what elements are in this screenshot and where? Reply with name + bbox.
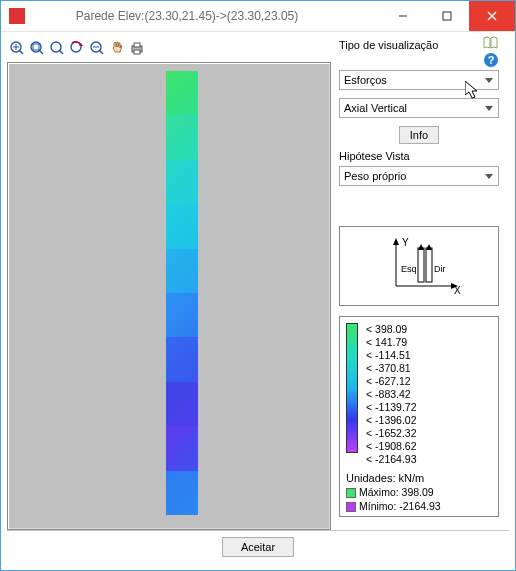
viewport[interactable] [7,62,331,530]
wall-segment [166,471,198,515]
min-swatch [346,502,356,512]
window-buttons [381,1,515,31]
info-row: Info [339,126,499,144]
legend-value: < -2164.93 [366,453,417,466]
svg-rect-28 [426,248,432,282]
minimize-button[interactable] [381,1,425,31]
axis-esq-label: Esq [401,264,417,274]
help-icons: ? [483,36,499,68]
legend-value: < -1652.32 [366,427,417,440]
zoom-window-icon[interactable] [29,40,45,56]
client-area: Tipo de visualização ? Esforços Axial Ve… [1,32,515,570]
legend-box: < 398.09 < 141.79 < -114.51 < -370.81 < … [339,316,499,517]
print-icon[interactable] [129,40,145,56]
legend-min-text: Mínimo: -2164.93 [359,500,441,512]
app-window: Parede Elev:(23.30,21.45)->(23.30,23.05) [0,0,516,571]
wall-segment [166,293,198,337]
manual-icon[interactable] [483,36,499,50]
maximize-button[interactable] [425,1,469,31]
zoom-extents-icon[interactable] [9,40,25,56]
toolbar [7,36,331,60]
axis-x-label: X [454,285,461,296]
svg-line-16 [99,50,103,54]
app-icon [9,8,25,24]
wall-segment [166,71,198,115]
legend-max: Máximo: 398.09 [346,486,492,498]
legend-min: Mínimo: -2164.93 [346,500,492,512]
viz-type-value: Esforços [344,74,387,86]
axis-dir-label: Dir [434,264,446,274]
zoom-out-icon[interactable] [89,40,105,56]
wall-segment [166,249,198,293]
wall-segment [166,382,198,426]
hypothesis-value: Peso próprio [344,170,406,182]
axis-diagram: Y X Esq Dir [374,236,464,296]
legend-max-text: Máximo: 398.09 [359,486,434,498]
viz-subtype-select[interactable]: Axial Vertical [339,98,499,118]
legend-main: < 398.09 < 141.79 < -114.51 < -370.81 < … [346,323,492,466]
wall-segment [166,204,198,248]
info-button[interactable]: Info [399,126,439,144]
wall-segment [166,337,198,381]
zoom-previous-icon[interactable] [69,40,85,56]
svg-line-9 [39,50,43,54]
legend-value: < -627.12 [366,375,417,388]
svg-text:?: ? [488,54,495,66]
hypothesis-select[interactable]: Peso próprio [339,166,499,186]
legend-units: Unidades: kN/m [346,472,492,484]
legend-value: < -1139.72 [366,401,417,414]
help-icon[interactable]: ? [483,52,499,68]
legend-value: < 141.79 [366,336,417,349]
wall-segment [166,160,198,204]
svg-marker-24 [393,238,399,245]
legend-value: < 398.09 [366,323,417,336]
axis-y-label: Y [402,237,409,248]
svg-line-5 [19,50,23,54]
side-panel-header: Tipo de visualização ? [339,36,499,68]
svg-rect-20 [134,50,140,54]
legend-colorbar [346,323,358,453]
bottom-bar: Aceitar [7,530,509,557]
left-column [7,36,331,530]
viz-type-label: Tipo de visualização [339,36,483,51]
svg-rect-10 [33,44,39,50]
pan-icon[interactable] [109,40,125,56]
svg-rect-19 [134,43,140,47]
side-panel: Tipo de visualização ? Esforços Axial Ve… [339,36,499,517]
titlebar: Parede Elev:(23.30,21.45)->(23.30,23.05) [1,1,515,32]
wall-visualization [166,71,198,515]
max-swatch [346,488,356,498]
svg-line-12 [59,50,63,54]
svg-marker-29 [418,244,424,250]
legend-value: < -114.51 [366,349,417,362]
svg-rect-1 [443,12,451,20]
window-title: Parede Elev:(23.30,21.45)->(23.30,23.05) [33,9,381,23]
legend-value: < -370.81 [366,362,417,375]
legend-value: < -883.42 [366,388,417,401]
top-row: Tipo de visualização ? Esforços Axial Ve… [7,36,509,530]
viz-subtype-value: Axial Vertical [344,102,407,114]
wall-segment [166,115,198,159]
wall-segment [166,426,198,470]
legend-values: < 398.09 < 141.79 < -114.51 < -370.81 < … [366,323,417,466]
svg-rect-27 [418,248,424,282]
accept-button[interactable]: Aceitar [222,537,294,557]
legend-value: < -1396.02 [366,414,417,427]
close-button[interactable] [469,1,515,31]
legend-value: < -1908.62 [366,440,417,453]
svg-marker-30 [426,244,432,250]
axis-reference-box: Y X Esq Dir [339,226,499,306]
zoom-in-icon[interactable] [49,40,65,56]
hypothesis-label: Hipótese Vista [339,150,499,162]
viz-type-select[interactable]: Esforços [339,70,499,90]
